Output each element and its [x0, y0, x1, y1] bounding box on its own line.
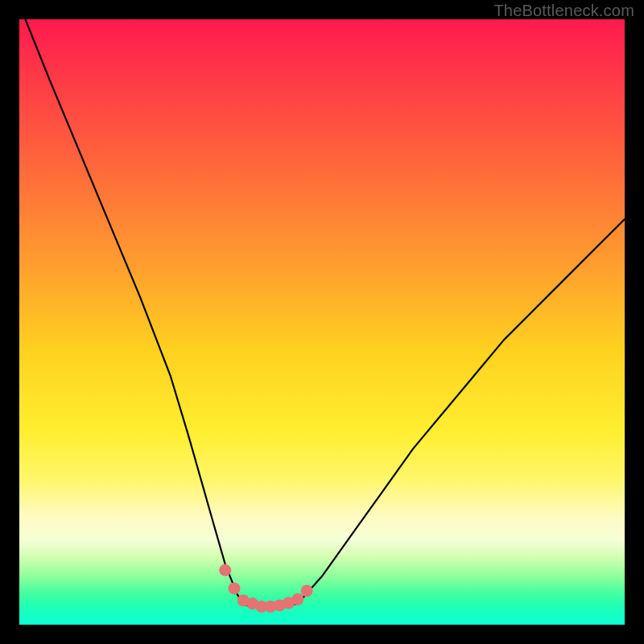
bottleneck-curve: [26, 19, 625, 606]
highlight-dot: [219, 564, 231, 576]
curve-layer: [19, 19, 625, 625]
highlight-dot: [229, 582, 241, 594]
highlight-dots: [219, 564, 313, 613]
bottleneck-curve-path: [26, 19, 625, 606]
highlight-dot: [291, 593, 303, 605]
highlight-dot: [301, 584, 313, 597]
plot-area: [19, 19, 625, 625]
watermark-text: TheBottleneck.com: [493, 2, 634, 20]
chart-frame: TheBottleneck.com: [0, 0, 644, 644]
